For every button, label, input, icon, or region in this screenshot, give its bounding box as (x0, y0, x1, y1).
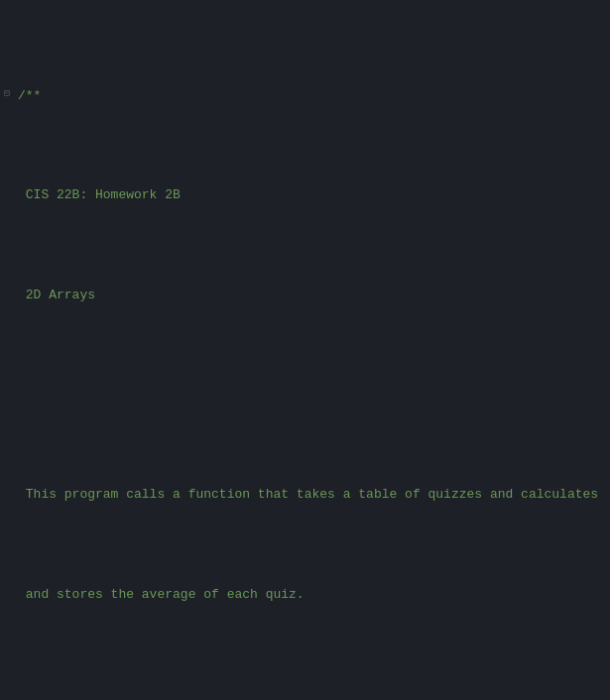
code-line-4 (0, 386, 610, 406)
gutter-3 (0, 286, 14, 302)
fold-icon-1[interactable]: ⊟ (0, 86, 14, 102)
line-text-2: CIS 22B: Homework 2B (14, 185, 602, 205)
code-line-5: This program calls a function that takes… (0, 485, 610, 505)
line-text-6: and stores the average of each quiz. (14, 585, 602, 605)
line-text-3: 2D Arrays (14, 286, 602, 305)
line-text-7 (14, 685, 602, 700)
line-text-5: This program calls a function that takes… (14, 485, 602, 505)
code-editor: ⊟ /** CIS 22B: Homework 2B 2D Arrays Thi… (0, 0, 610, 700)
code-content: ⊟ /** CIS 22B: Homework 2B 2D Arrays Thi… (0, 0, 610, 700)
line-text-4 (14, 386, 602, 406)
code-line-1: ⊟ /** (0, 86, 610, 106)
code-line-3: 2D Arrays (0, 286, 610, 305)
gutter-7 (0, 685, 14, 700)
gutter-5 (0, 485, 14, 502)
code-line-7 (0, 685, 610, 700)
gutter-6 (0, 585, 14, 602)
gutter-4 (0, 386, 14, 403)
code-line-6: and stores the average of each quiz. (0, 585, 610, 605)
code-line-2: CIS 22B: Homework 2B (0, 185, 610, 205)
gutter-2 (0, 185, 14, 202)
line-text-1: /** (14, 86, 602, 106)
